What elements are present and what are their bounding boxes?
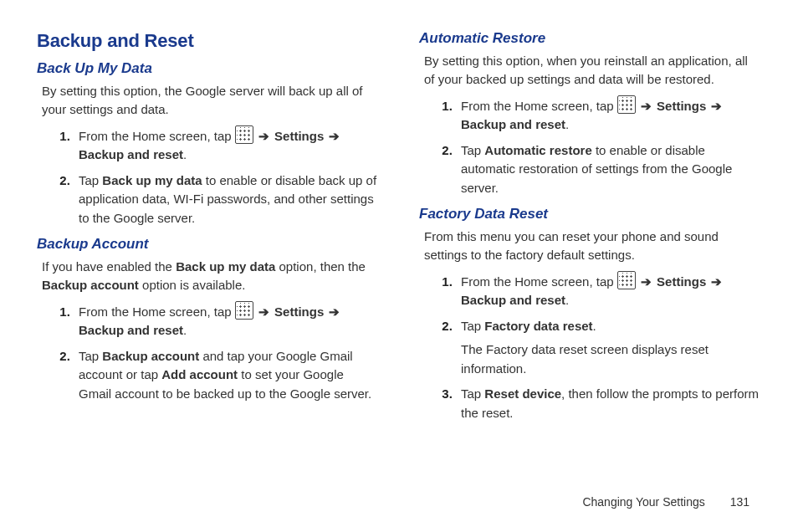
apps-icon	[235, 125, 253, 144]
right-column: Automatic Restore By setting this option…	[419, 30, 761, 431]
page-number: 131	[730, 495, 749, 509]
step-text: Settings	[657, 99, 709, 113]
step-text: Back up my data	[102, 173, 202, 187]
left-column: Backup and Reset Back Up My Data By sett…	[37, 30, 379, 431]
arrow-icon: ➔	[329, 127, 340, 146]
period: .	[565, 117, 569, 131]
period: .	[593, 319, 596, 333]
heading-backup-account: Backup Account	[37, 236, 379, 253]
para-text: Backup account	[42, 278, 139, 292]
chapter-title: Changing Your Settings	[582, 495, 704, 509]
step-text: Backup and reset	[79, 147, 183, 161]
list-item: Tap Backup account and tap your Google G…	[74, 347, 379, 404]
arrow-icon: ➔	[258, 303, 269, 322]
step-text: Backup and reset	[79, 323, 183, 337]
arrow-icon: ➔	[711, 97, 722, 116]
list-item: From the Home screen, tap ➔ Settings ➔ B…	[456, 95, 761, 135]
intro-back-up-my-data: By setting this option, the Google serve…	[42, 82, 379, 119]
step-text: Reset device	[484, 386, 561, 401]
step-text: Backup and reset	[461, 117, 565, 131]
step-text: Backup account	[102, 349, 199, 363]
step-text: Settings	[274, 129, 327, 143]
step-text: Tap	[461, 319, 484, 333]
page-footer: Changing Your Settings 131	[582, 495, 749, 509]
step-text: Automatic restore	[484, 143, 591, 157]
step-subtext: The Factory data reset screen displays r…	[461, 340, 761, 378]
list-item: Tap Reset device, then follow the prompt…	[456, 385, 761, 422]
period: .	[565, 293, 569, 307]
steps-factory-data-reset: From the Home screen, tap ➔ Settings ➔ B…	[419, 271, 761, 423]
step-text: From the Home screen, tap	[461, 99, 617, 113]
para-text: option, then the	[275, 259, 366, 274]
step-text: Tap	[461, 143, 484, 157]
para-text: option is available.	[139, 278, 246, 292]
heading-backup-and-reset: Backup and Reset	[37, 30, 379, 52]
step-text: From the Home screen, tap	[79, 129, 235, 143]
step-text: Tap	[461, 386, 484, 401]
steps-backup-account: From the Home screen, tap ➔ Settings ➔ B…	[37, 301, 379, 404]
arrow-icon: ➔	[329, 303, 340, 322]
steps-back-up-my-data: From the Home screen, tap ➔ Settings ➔ B…	[37, 125, 379, 228]
step-text: Add account	[161, 367, 238, 381]
step-text: Backup and reset	[461, 293, 565, 307]
apps-icon	[235, 301, 253, 320]
list-item: Tap Factory data reset. The Factory data…	[456, 317, 761, 379]
arrow-icon: ➔	[711, 273, 722, 292]
period: .	[183, 147, 187, 161]
two-column-layout: Backup and Reset Back Up My Data By sett…	[37, 30, 761, 431]
apps-icon	[617, 95, 636, 114]
period: .	[183, 323, 187, 337]
arrow-icon: ➔	[641, 273, 652, 292]
step-text: Settings	[657, 274, 709, 289]
steps-automatic-restore: From the Home screen, tap ➔ Settings ➔ B…	[419, 95, 761, 198]
intro-factory-data-reset: From this menu you can reset your phone …	[424, 228, 761, 264]
step-text: Factory data reset	[484, 319, 592, 333]
step-text: Settings	[274, 304, 327, 319]
step-text: Tap	[79, 173, 102, 187]
intro-backup-account: If you have enabled the Back up my data …	[42, 258, 379, 294]
heading-automatic-restore: Automatic Restore	[419, 30, 761, 47]
list-item: Tap Automatic restore to enable or disab…	[456, 141, 761, 198]
arrow-icon: ➔	[258, 127, 269, 146]
para-text: Back up my data	[176, 259, 275, 274]
list-item: From the Home screen, tap ➔ Settings ➔ B…	[456, 271, 761, 310]
list-item: From the Home screen, tap ➔ Settings ➔ B…	[74, 125, 379, 165]
step-text: From the Home screen, tap	[461, 274, 617, 289]
heading-factory-data-reset: Factory Data Reset	[419, 206, 761, 223]
apps-icon	[617, 271, 636, 289]
para-text: If you have enabled the	[42, 259, 176, 274]
arrow-icon: ➔	[641, 97, 652, 116]
intro-automatic-restore: By setting this option, when you reinsta…	[424, 52, 761, 89]
step-text: From the Home screen, tap	[79, 304, 235, 319]
step-text: Tap	[79, 349, 102, 363]
list-item: Tap Back up my data to enable or disable…	[74, 171, 379, 228]
heading-back-up-my-data: Back Up My Data	[37, 60, 379, 77]
list-item: From the Home screen, tap ➔ Settings ➔ B…	[74, 301, 379, 340]
